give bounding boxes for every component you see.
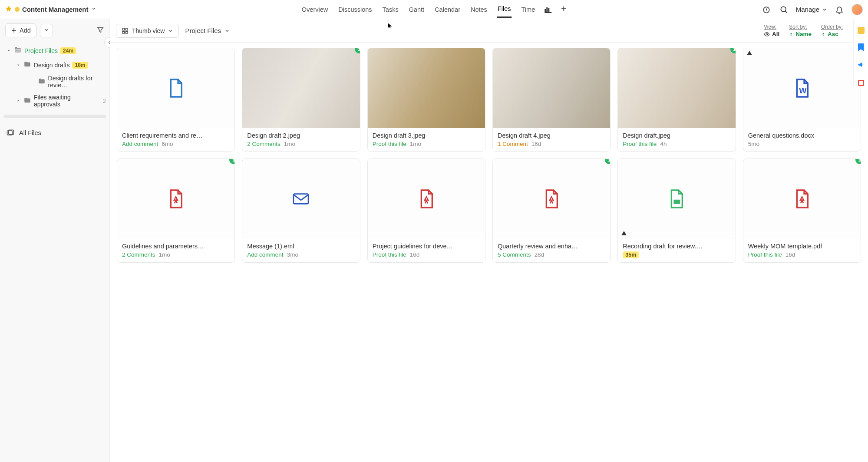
- file-card[interactable]: Message (1).emlAdd comment3mo: [242, 158, 360, 263]
- file-time: 1mo: [284, 141, 295, 147]
- breadcrumb-dropdown[interactable]: Project Files: [185, 27, 230, 34]
- favorite-star-icon[interactable]: [5, 5, 12, 13]
- file-card[interactable]: Client requirements and re…Add comment6m…: [117, 48, 235, 152]
- file-name: Design draft.jpeg: [623, 132, 730, 139]
- project-title[interactable]: Content Management: [22, 6, 89, 13]
- file-action-link[interactable]: Proof this file: [373, 141, 406, 147]
- file-action-link[interactable]: Proof this file: [748, 251, 782, 258]
- file-action-link[interactable]: 5 Comments: [498, 251, 531, 258]
- file-thumbnail: [242, 48, 360, 128]
- file-thumbnail: [242, 159, 360, 239]
- all-files-label: All Files: [19, 129, 41, 136]
- file-time: 16d: [531, 141, 541, 147]
- svg-rect-4: [122, 28, 125, 30]
- file-action-link[interactable]: Proof this file: [623, 141, 657, 147]
- file-card[interactable]: 1Quarterly review and enha…5 Comments28d: [492, 158, 611, 263]
- tab-tasks[interactable]: Tasks: [382, 2, 399, 17]
- tab-discussions[interactable]: Discussions: [337, 2, 373, 17]
- notifications-icon[interactable]: [834, 4, 845, 15]
- view-mode-label: Thumb view: [132, 27, 165, 34]
- file-card[interactable]: Design draft 3.jpegProof this file1mo: [367, 48, 485, 152]
- all-files-link[interactable]: All Files: [0, 124, 109, 142]
- sidebar-scrollbar[interactable]: [3, 115, 106, 118]
- file-type-icon: [793, 188, 811, 209]
- add-label: Add: [20, 27, 31, 34]
- rail-bookmark-icon[interactable]: [858, 43, 864, 51]
- svg-rect-5: [125, 28, 128, 30]
- file-card[interactable]: 1Weekly MOM template.pdfProof this file1…: [743, 158, 861, 263]
- file-card[interactable]: Project guidelines for deve…Proof this f…: [367, 158, 485, 263]
- file-card[interactable]: WGeneral questions.docx5mo: [743, 48, 861, 152]
- add-button[interactable]: Add: [5, 23, 36, 37]
- file-card[interactable]: 1Design draft.jpegProof this file4h: [617, 48, 736, 152]
- view-filter[interactable]: View: All: [764, 24, 779, 37]
- file-type-icon: [292, 188, 310, 209]
- google-drive-icon: [621, 231, 627, 235]
- folder-icon: [38, 77, 46, 86]
- google-drive-icon: [747, 51, 752, 55]
- user-avatar[interactable]: [851, 4, 863, 15]
- add-tab-icon[interactable]: [560, 5, 567, 13]
- rail-calendar-icon[interactable]: [858, 80, 864, 86]
- file-thumbnail: W: [743, 48, 861, 128]
- file-action-link[interactable]: Proof this file: [373, 251, 406, 258]
- file-name: Design draft 4.jpeg: [498, 132, 605, 139]
- reports-icon[interactable]: [545, 6, 551, 13]
- file-card[interactable]: Recording draft for review.…35m: [617, 158, 736, 263]
- file-thumbnail: [618, 159, 735, 239]
- tab-time[interactable]: Time: [521, 2, 536, 17]
- timer-icon[interactable]: [761, 4, 772, 15]
- tab-notes[interactable]: Notes: [470, 2, 488, 17]
- file-name: Client requirements and re…: [122, 132, 230, 139]
- view-mode-dropdown[interactable]: Thumb view: [116, 24, 179, 38]
- order-by[interactable]: Order by: Asc: [821, 24, 843, 37]
- file-action-link[interactable]: 2 Comments: [122, 251, 155, 258]
- file-thumbnail: [117, 159, 234, 239]
- tab-gantt[interactable]: Gantt: [408, 2, 425, 17]
- file-time: 3mo: [287, 251, 298, 258]
- project-status-dot: [15, 7, 20, 12]
- file-type-icon: W: [793, 78, 811, 99]
- svg-point-8: [766, 33, 768, 35]
- file-name: Design draft 2.jpeg: [247, 132, 355, 139]
- file-card[interactable]: 1Design draft 2.jpeg2 Comments1mo: [242, 48, 360, 152]
- folder-design-drafts[interactable]: Design drafts18m: [0, 58, 109, 72]
- file-action-link[interactable]: Add comment: [247, 251, 283, 258]
- manage-label: Manage: [796, 6, 819, 13]
- manage-dropdown[interactable]: Manage: [796, 6, 827, 13]
- file-action-link[interactable]: 1 Comment: [498, 141, 528, 147]
- file-name: Message (1).eml: [247, 243, 355, 250]
- file-action-link[interactable]: 2 Comments: [247, 141, 281, 147]
- folder-icon: [14, 46, 22, 55]
- time-highlight: 35m: [623, 251, 639, 258]
- folder-icon: [23, 96, 31, 106]
- tab-files[interactable]: Files: [497, 1, 512, 18]
- file-time: 16d: [410, 251, 420, 258]
- folder-icon: [23, 60, 31, 69]
- search-icon[interactable]: [779, 4, 789, 15]
- filter-icon[interactable]: [96, 26, 104, 35]
- folder-files-awaiting-approvals[interactable]: Files awaiting approvals2: [0, 91, 109, 110]
- file-action-link[interactable]: Add comment: [122, 141, 158, 147]
- file-card[interactable]: Design draft 4.jpeg1 Comment16d: [492, 48, 611, 152]
- file-thumbnail: [368, 159, 485, 239]
- tab-overview[interactable]: Overview: [301, 2, 329, 17]
- add-dropdown[interactable]: [40, 24, 53, 37]
- sort-by[interactable]: Sort by: Name: [789, 24, 812, 37]
- folder-project-files[interactable]: Project Files24m: [0, 43, 109, 58]
- breadcrumb-label: Project Files: [185, 27, 221, 34]
- rail-announcements-icon[interactable]: [857, 61, 865, 70]
- file-thumbnail: [493, 48, 610, 128]
- rail-notes-icon[interactable]: [858, 27, 865, 34]
- project-dropdown-icon[interactable]: [91, 6, 96, 13]
- file-time: 4h: [660, 141, 667, 147]
- file-thumbnail: [117, 48, 234, 128]
- file-name: Project guidelines for deve…: [373, 243, 480, 250]
- file-name: Guidelines and parameters…: [122, 243, 230, 250]
- file-thumbnail: [743, 159, 861, 239]
- svg-rect-10: [294, 194, 308, 204]
- file-name: Design draft 3.jpeg: [373, 132, 480, 139]
- tab-calendar[interactable]: Calendar: [434, 2, 461, 17]
- file-card[interactable]: 1Guidelines and parameters…2 Comments1mo: [117, 158, 235, 263]
- folder-design-drafts-for-revie-[interactable]: Design drafts for revie…: [0, 72, 109, 91]
